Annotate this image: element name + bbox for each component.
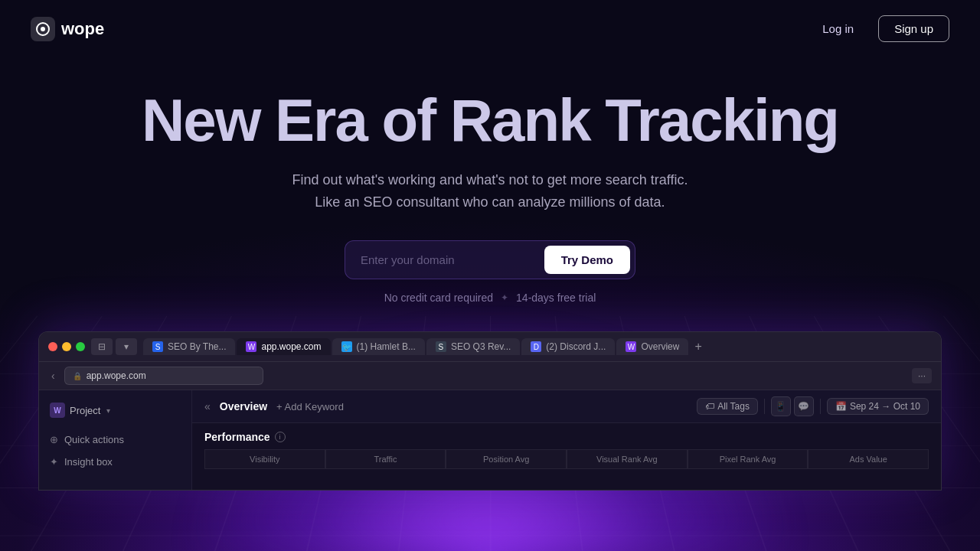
hero-title: New Era of Rank Tracking: [15, 88, 965, 154]
performance-title: Performance: [204, 431, 270, 443]
tag-icon: 🏷: [705, 401, 714, 412]
page-title: Overview: [220, 400, 267, 412]
signup-button[interactable]: Sign up: [878, 15, 949, 42]
col-header-visual-rank-avg: Visual Rank Avg: [577, 455, 678, 464]
lock-icon: 🔒: [73, 372, 82, 380]
traffic-light-yellow[interactable]: [62, 342, 71, 351]
app-topbar: « Overview + Add Keyword 🏷 All Tags 📱 💬: [192, 390, 941, 423]
domain-search-bar: Try Demo: [345, 240, 635, 279]
tab-3[interactable]: S SEO Q3 Rev...: [426, 338, 520, 355]
tab-favicon-2: 🐦: [341, 341, 352, 352]
address-bar[interactable]: 🔒 app.wope.com: [64, 367, 263, 385]
navbar: wope Log in Sign up: [0, 0, 980, 57]
tab-5[interactable]: W Overview: [616, 338, 688, 355]
date-range-picker[interactable]: 📅 Sep 24 → Oct 10: [827, 398, 929, 415]
sidebar-project[interactable]: W Project ▾: [39, 398, 191, 422]
project-label: Project: [70, 405, 100, 416]
perf-col-traffic: Traffic: [325, 449, 446, 469]
logo[interactable]: wope: [31, 17, 104, 41]
calendar-icon: 📅: [835, 401, 847, 412]
trial-days-text: 14-days free trial: [516, 292, 596, 304]
browser-controls: ⊟ ▾: [91, 338, 137, 355]
tab-label-0: SEO By The...: [168, 341, 226, 352]
svg-point-2: [41, 27, 45, 31]
trial-separator: ✦: [501, 292, 508, 303]
try-demo-button[interactable]: Try Demo: [544, 246, 630, 274]
quick-actions-icon: ⊕: [50, 434, 58, 445]
sidebar-item-quick-actions[interactable]: ⊕ Quick actions: [39, 429, 191, 451]
sidebar: W Project ▾ ⊕ Quick actions ✦ Insight bo…: [39, 390, 192, 490]
sidebar-item-insight-box[interactable]: ✦ Insight box: [39, 451, 191, 473]
col-header-visibility: Visibility: [214, 455, 315, 464]
mobile-view-btn[interactable]: 📱: [771, 396, 791, 416]
performance-info-icon[interactable]: i: [275, 432, 286, 442]
no-cc-text: No credit card required: [384, 292, 493, 304]
tab-label-5: Overview: [641, 341, 679, 352]
main-content: « Overview + Add Keyword 🏷 All Tags 📱 💬: [192, 390, 941, 490]
traffic-light-red[interactable]: [48, 342, 57, 351]
view-toggles: 📱 💬: [771, 396, 814, 416]
tab-2[interactable]: 🐦 (1) Hamlet B...: [332, 338, 425, 355]
tab-favicon-4: D: [531, 341, 541, 352]
perf-col-visibility: Visibility: [204, 449, 325, 469]
insight-box-icon: ✦: [50, 456, 58, 468]
chat-view-btn[interactable]: 💬: [794, 396, 814, 416]
browser-chrome: ⊟ ▾ S SEO By The... W app.wope.com 🐦 (1)…: [39, 332, 941, 362]
tab-4[interactable]: D (2) Discord J...: [521, 338, 615, 355]
perf-col-position-avg: Position Avg: [446, 449, 567, 469]
add-keyword-button[interactable]: + Add Keyword: [276, 401, 344, 412]
nav-buttons: ‹: [48, 368, 58, 383]
trial-info: No credit card required ✦ 14-days free t…: [15, 292, 965, 304]
app-content: W Project ▾ ⊕ Quick actions ✦ Insight bo…: [39, 390, 941, 490]
chevron-down-icon: ▾: [106, 406, 110, 415]
tab-add-button[interactable]: +: [690, 338, 706, 355]
topbar-right: 🏷 All Tags 📱 💬 📅 Sep 24 → Oct 10: [697, 396, 929, 416]
browser-menu: ···: [912, 368, 932, 383]
separator-2: [820, 399, 821, 414]
col-header-position-avg: Position Avg: [456, 455, 557, 464]
traffic-lights: [48, 342, 85, 351]
tabs-bar: S SEO By The... W app.wope.com 🐦 (1) Ham…: [143, 338, 932, 355]
perf-col-visual-rank-avg: Visual Rank Avg: [567, 449, 688, 469]
browser-layout-btn[interactable]: ⊟: [91, 338, 113, 355]
traffic-light-green[interactable]: [76, 342, 85, 351]
separator-1: [764, 399, 765, 414]
tab-favicon-1: W: [246, 341, 256, 352]
browser-window: ⊟ ▾ S SEO By The... W app.wope.com 🐦 (1)…: [38, 331, 942, 491]
hero-subtitle-line2: Like an SEO consultant who can analyze m…: [315, 194, 665, 210]
tab-label-3: SEO Q3 Rev...: [451, 341, 511, 352]
performance-section: Performance i Visibility Traffic Positio…: [192, 423, 941, 477]
col-header-pixel-rank-avg: Pixel Rank Avg: [697, 455, 799, 464]
tab-label-1: app.wope.com: [261, 341, 321, 352]
add-keyword-label: + Add Keyword: [276, 401, 344, 412]
all-tags-button[interactable]: 🏷 All Tags: [697, 398, 758, 415]
insight-box-label: Insight box: [64, 456, 113, 468]
tab-favicon-0: S: [152, 341, 163, 352]
nav-actions: Log in Sign up: [810, 15, 949, 42]
tab-favicon-5: W: [626, 341, 636, 352]
performance-header: Performance i: [204, 431, 929, 443]
login-button[interactable]: Log in: [810, 16, 866, 41]
tab-0[interactable]: S SEO By The...: [143, 338, 235, 355]
logo-icon: [31, 17, 55, 41]
col-header-traffic: Traffic: [335, 455, 436, 464]
tab-favicon-3: S: [436, 341, 446, 352]
performance-columns: Visibility Traffic Position Avg Visual R…: [204, 449, 929, 469]
domain-input[interactable]: [361, 253, 544, 266]
logo-text: wope: [61, 19, 104, 39]
date-range-text: Sep 24 → Oct 10: [850, 401, 920, 412]
tab-label-4: (2) Discord J...: [546, 341, 606, 352]
browser-chevron-btn[interactable]: ▾: [116, 338, 137, 355]
expand-icon[interactable]: «: [204, 400, 211, 412]
address-bar-row: ‹ 🔒 app.wope.com ···: [39, 362, 941, 390]
perf-col-ads-value: Ads Value: [808, 449, 929, 469]
browser-more-btn[interactable]: ···: [912, 368, 932, 383]
tab-1[interactable]: W app.wope.com: [237, 338, 330, 355]
all-tags-label: All Tags: [717, 401, 750, 412]
col-header-ads-value: Ads Value: [818, 455, 919, 464]
tab-label-2: (1) Hamlet B...: [357, 341, 416, 352]
back-button[interactable]: ‹: [48, 368, 58, 383]
perf-col-pixel-rank-avg: Pixel Rank Avg: [688, 449, 808, 469]
project-icon: W: [50, 403, 65, 418]
hero-subtitle: Find out what's working and what's not t…: [15, 169, 965, 214]
